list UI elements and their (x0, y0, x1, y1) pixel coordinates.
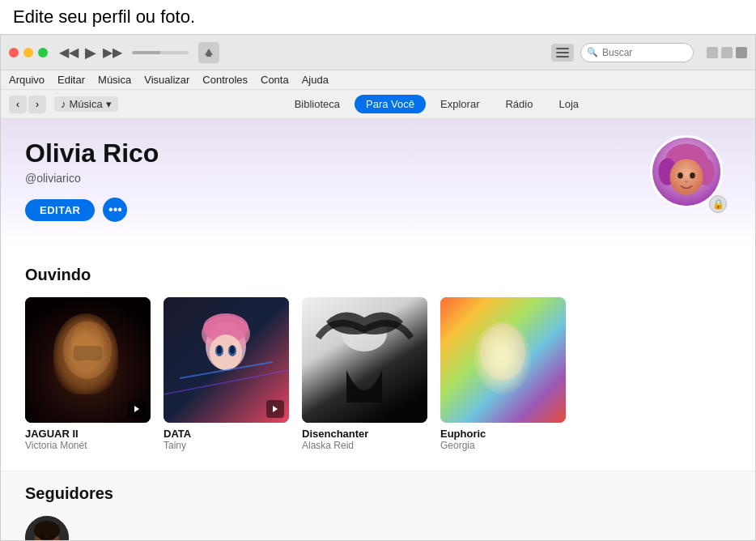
album-artist-2: Tainy (164, 440, 289, 451)
album-artist-4: Georgia (440, 440, 566, 451)
svg-marker-17 (134, 406, 139, 412)
nav-back[interactable]: ‹ (9, 96, 27, 113)
svg-point-15 (71, 322, 104, 361)
avatar-lock-icon: 🔒 (709, 195, 727, 213)
listening-section: Ouvindo (1, 246, 755, 471)
profile-actions: EDITAR ••• (25, 198, 731, 222)
tab-explorar[interactable]: Explorar (429, 95, 491, 113)
list-view-button[interactable] (551, 44, 574, 62)
playback-controls: ◀◀ ▶ ▶▶ (59, 42, 219, 63)
profile-handle: @oliviarico (25, 172, 731, 185)
album-cover-disenchanter (302, 297, 427, 423)
win-restore-btn[interactable] (721, 47, 733, 58)
nav-source[interactable]: ♪ Música ▾ (54, 96, 118, 112)
search-wrapper: 🔍 (580, 43, 694, 62)
nav-source-icon: ♪ (61, 98, 66, 110)
tooltip-banner: Edite seu perfil ou foto. (0, 0, 756, 34)
seguidores-section: Seguidores (1, 471, 755, 540)
svg-point-40 (49, 535, 54, 540)
svg-rect-16 (74, 346, 102, 360)
tab-loja[interactable]: Loja (547, 95, 590, 113)
album-name-4: Euphoric (440, 428, 566, 440)
album-item[interactable]: JAGUAR II Victoria Monét (25, 297, 151, 451)
airplay-button[interactable] (198, 42, 219, 63)
nav-forward[interactable]: › (28, 96, 46, 113)
menu-controles[interactable]: Controles (202, 74, 248, 86)
album-badge-2 (266, 400, 284, 418)
tab-para-voce[interactable]: Para Você (355, 95, 426, 113)
seguidores-title: Seguidores (25, 484, 731, 503)
close-button[interactable] (9, 48, 19, 58)
svg-rect-2 (556, 48, 569, 49)
album-badge-1 (128, 400, 146, 418)
svg-point-38 (34, 521, 60, 540)
album-item[interactable]: Disenchanter Alaska Reid (302, 297, 427, 451)
menu-editar[interactable]: Editar (57, 74, 85, 86)
window-controls (9, 48, 48, 58)
album-item[interactable]: DATA Tainy (164, 297, 289, 451)
svg-point-9 (669, 159, 703, 195)
album-item[interactable]: Euphoric Georgia (440, 297, 566, 451)
minimize-button[interactable] (23, 48, 33, 58)
menu-musica[interactable]: Música (98, 74, 131, 86)
svg-marker-29 (273, 406, 278, 412)
svg-point-11 (690, 173, 695, 178)
menu-ajuda[interactable]: Ajuda (302, 74, 329, 86)
profile-section: Olivia Rico @oliviarico EDITAR ••• (1, 119, 755, 246)
menu-conta[interactable]: Conta (261, 74, 289, 86)
album-artist-3: Alaska Reid (302, 440, 427, 451)
svg-point-33 (474, 322, 531, 394)
more-button[interactable]: ••• (103, 198, 127, 222)
avatar-memoji (652, 138, 720, 206)
svg-rect-32 (440, 297, 566, 423)
edit-button[interactable]: EDITAR (25, 199, 95, 221)
tab-biblioteca[interactable]: Biblioteca (283, 95, 351, 113)
maximize-button[interactable] (38, 48, 48, 58)
volume-slider[interactable] (132, 51, 189, 54)
svg-rect-3 (556, 52, 569, 53)
svg-point-12 (685, 181, 688, 183)
win-minimize-btn[interactable] (707, 47, 718, 58)
back-button[interactable]: ◀◀ (59, 45, 79, 60)
svg-point-39 (40, 535, 45, 540)
win-close-btn[interactable] (736, 47, 747, 58)
svg-point-34 (480, 324, 525, 381)
navbar: ‹ › ♪ Música ▾ Biblioteca Para Você Expl… (1, 90, 755, 119)
nav-arrows: ‹ › (9, 96, 46, 113)
menu-arquivo[interactable]: Arquivo (9, 74, 45, 86)
svg-rect-1 (206, 55, 211, 57)
album-artist-1: Victoria Monét (25, 440, 151, 451)
albums-grid: JAGUAR II Victoria Monét (25, 297, 731, 451)
svg-point-14 (63, 321, 112, 379)
menubar: Arquivo Editar Música Visualizar Control… (1, 70, 755, 90)
itunes-window: ◀◀ ▶ ▶▶ 🔍 (0, 34, 756, 541)
main-content[interactable]: Olivia Rico @oliviarico EDITAR ••• (1, 119, 755, 540)
album-name-2: DATA (164, 428, 289, 440)
titlebar: ◀◀ ▶ ▶▶ 🔍 (1, 35, 755, 70)
profile-name: Olivia Rico (25, 138, 731, 168)
svg-point-10 (677, 173, 683, 178)
svg-rect-4 (556, 56, 569, 58)
forward-button[interactable]: ▶▶ (103, 45, 122, 60)
nav-tabs: Biblioteca Para Você Explorar Rádio Loja (283, 95, 590, 113)
album-name-1: JAGUAR II (25, 428, 151, 440)
follower-avatar[interactable] (25, 516, 69, 540)
play-button[interactable]: ▶ (85, 44, 96, 62)
titlebar-right: 🔍 (551, 43, 747, 62)
win-system-controls (707, 47, 747, 58)
album-name-3: Disenchanter (302, 428, 427, 440)
menu-visualizar[interactable]: Visualizar (144, 74, 189, 86)
album-cover-euphoric (440, 297, 566, 423)
svg-point-22 (210, 334, 242, 370)
tab-radio[interactable]: Rádio (494, 95, 544, 113)
svg-marker-0 (205, 49, 213, 55)
nav-source-chevron: ▾ (106, 98, 112, 110)
svg-point-26 (230, 346, 235, 354)
search-icon: 🔍 (587, 47, 598, 58)
svg-point-25 (217, 346, 222, 354)
album-cover-data (164, 297, 289, 423)
nav-source-label: Música (70, 98, 103, 110)
listening-title: Ouvindo (25, 266, 731, 284)
album-cover-jaguar (25, 297, 151, 423)
